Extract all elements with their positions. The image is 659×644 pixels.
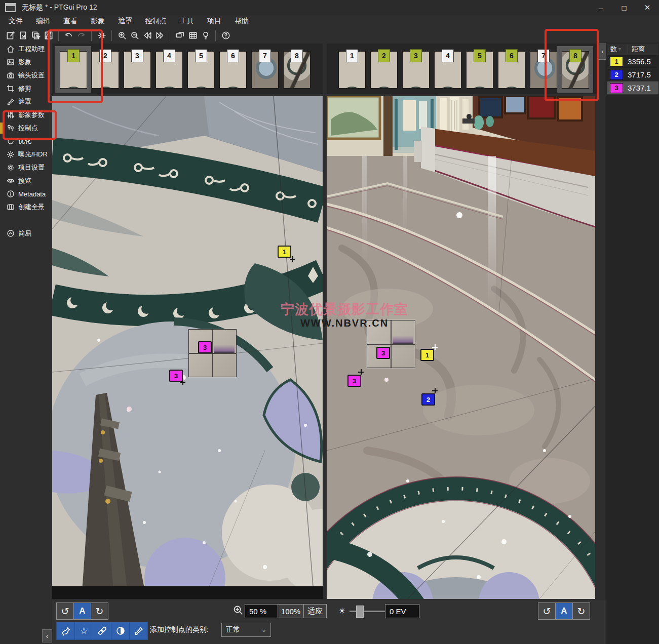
sidebar-item-create-panorama[interactable]: 创建全景: [0, 200, 52, 214]
zoom-level-input[interactable]: 50 %: [245, 604, 281, 618]
new-project-icon[interactable]: [4, 29, 17, 42]
sidebar-item-control-points[interactable]: 控制点: [0, 122, 52, 135]
control-point-1-right[interactable]: 1: [420, 349, 434, 361]
left-image-rotate-group: ↺ A ↻: [56, 602, 108, 620]
thumbnail-right-5[interactable]: 5: [466, 51, 493, 89]
sidebar-item-images[interactable]: 影象: [0, 56, 52, 69]
sidebar-item-exposure-hdr[interactable]: 曝光/HDR: [0, 148, 52, 161]
sidebar-item-preview[interactable]: 预览: [0, 174, 52, 187]
thumbnail-left-4[interactable]: 4: [156, 51, 183, 89]
control-point-3-loupe-right[interactable]: 3: [376, 347, 390, 359]
image-viewer-left[interactable]: [52, 96, 323, 599]
menu-project[interactable]: 项目: [201, 16, 228, 27]
redo-icon[interactable]: [75, 29, 88, 42]
menu-edit[interactable]: 编辑: [29, 16, 57, 27]
cp-type-dropdown[interactable]: 正常 ⌄: [221, 623, 271, 637]
thumbnail-right-8[interactable]: 8: [562, 51, 589, 89]
ev-slider-handle[interactable]: [356, 606, 364, 618]
menu-control-points[interactable]: 控制点: [139, 16, 173, 27]
sidebar-item-metadata[interactable]: Metadata: [0, 187, 52, 200]
thumbnail-left-5[interactable]: 5: [187, 51, 215, 89]
table-row[interactable]: 2 3717.5: [607, 68, 658, 82]
auto-cp-kangaroo-button[interactable]: [57, 622, 74, 639]
table-row[interactable]: 1 3356.5: [607, 55, 658, 68]
previous-pair-icon[interactable]: [141, 29, 153, 42]
rotate-cw-button[interactable]: ↻: [91, 603, 108, 619]
add-cp-type-label: 添加控制点的类别:: [150, 623, 209, 637]
sort-indicator-icon: ▿: [618, 47, 621, 52]
control-point-3-loupe-left[interactable]: 3: [198, 341, 212, 353]
sidebar-item-mask[interactable]: 遮罩: [0, 95, 52, 108]
cp-color-chip: 3: [610, 83, 623, 93]
thumbnail-left-8[interactable]: 8: [283, 51, 311, 89]
contrast-toggle-button[interactable]: [111, 622, 129, 639]
thumbnail-right-3[interactable]: 3: [402, 51, 430, 89]
auto-button[interactable]: A: [73, 603, 91, 619]
detail-view-icon[interactable]: [186, 29, 199, 42]
thumbnail-right-7[interactable]: 7: [530, 51, 557, 89]
duplicate-icon[interactable]: [29, 29, 42, 42]
thumbnail-left-1[interactable]: 1: [60, 51, 87, 89]
map-pins-icon: [7, 124, 15, 132]
table-row-selected[interactable]: 3 3737.1: [607, 82, 658, 95]
thumbnail-right-6[interactable]: 6: [498, 51, 525, 89]
thumbnail-left-7[interactable]: 7: [251, 51, 279, 89]
panorama-editor-icon[interactable]: [174, 29, 186, 42]
sidebar-item-crop[interactable]: 修剪: [0, 82, 52, 95]
auto-button[interactable]: A: [555, 603, 572, 619]
brush-tool-button[interactable]: [129, 622, 147, 639]
highlight-cp-star-button[interactable]: ☆: [74, 622, 93, 639]
zoom-magnifier-icon: [232, 605, 244, 616]
thumbnail-left-6[interactable]: 6: [219, 51, 247, 89]
thumbnail-right-4[interactable]: 4: [434, 51, 461, 89]
menu-file[interactable]: 文件: [2, 16, 29, 27]
menu-view[interactable]: 查看: [57, 16, 84, 27]
rotate-ccw-button[interactable]: ↺: [538, 603, 555, 619]
sidebar-item-simple-mode[interactable]: 简易: [0, 227, 52, 240]
sidebar-item-image-parameters[interactable]: 影象参数: [0, 108, 52, 122]
open-project-icon[interactable]: [17, 29, 29, 42]
menu-mask[interactable]: 遮罩: [111, 16, 139, 27]
menu-help[interactable]: 帮助: [228, 16, 255, 27]
camera-icon: [7, 71, 15, 79]
undo-icon[interactable]: [62, 29, 75, 42]
lamp-icon[interactable]: [199, 29, 212, 42]
zoom-in-icon[interactable]: [115, 29, 128, 42]
control-point-1-left[interactable]: 1: [278, 246, 291, 258]
sidebar-item-project-settings[interactable]: 项目设置: [0, 161, 52, 174]
control-point-3-right[interactable]: 3: [347, 375, 361, 387]
control-point-2-right[interactable]: 2: [421, 393, 435, 406]
close-button[interactable]: ✕: [636, 0, 659, 15]
link-images-button[interactable]: [93, 622, 111, 639]
magnifier-inset-right: 3: [367, 320, 415, 368]
zoom-preset-group: 100% 适应: [278, 604, 327, 618]
menu-tools[interactable]: 工具: [173, 16, 201, 27]
cp-color-chip: 1: [610, 57, 623, 67]
maximize-button[interactable]: □: [612, 0, 636, 15]
thumbnail-right-1[interactable]: 1: [338, 51, 366, 89]
sidebar-item-optimizer[interactable]: 优化: [0, 135, 52, 148]
window-title: 无标题 * - PTGui Pro 12: [22, 3, 97, 12]
save-icon[interactable]: [42, 29, 55, 42]
menu-images[interactable]: 影象: [84, 16, 111, 27]
image-icon: [7, 58, 15, 66]
sidebar-item-project-assistant[interactable]: 工程助理: [0, 43, 52, 56]
rotate-ccw-button[interactable]: ↺: [57, 603, 73, 619]
thumbnail-left-3[interactable]: 3: [124, 51, 151, 89]
settings-gear-icon[interactable]: [95, 29, 108, 42]
next-pair-icon[interactable]: [153, 29, 166, 42]
table-header[interactable]: 数▿ 距离: [607, 44, 658, 55]
help-icon[interactable]: [219, 29, 232, 42]
right-image-rotate-group: ↺ A ↻: [538, 602, 590, 620]
fit-button[interactable]: 适应: [303, 605, 326, 618]
ev-slider-track[interactable]: [350, 611, 385, 612]
ev-value-input[interactable]: 0 EV: [385, 604, 419, 618]
thumbnail-left-2[interactable]: 2: [92, 51, 119, 89]
rotate-cw-button[interactable]: ↻: [572, 603, 590, 619]
zoom-out-icon[interactable]: [128, 29, 141, 42]
minimize-button[interactable]: –: [589, 0, 612, 15]
zoom-100-button[interactable]: 100%: [278, 605, 303, 618]
strip-scroll-left-button[interactable]: ‹: [42, 629, 52, 642]
sidebar-item-lens-settings[interactable]: 镜头设置: [0, 69, 52, 82]
thumbnail-right-2[interactable]: 2: [370, 51, 398, 89]
